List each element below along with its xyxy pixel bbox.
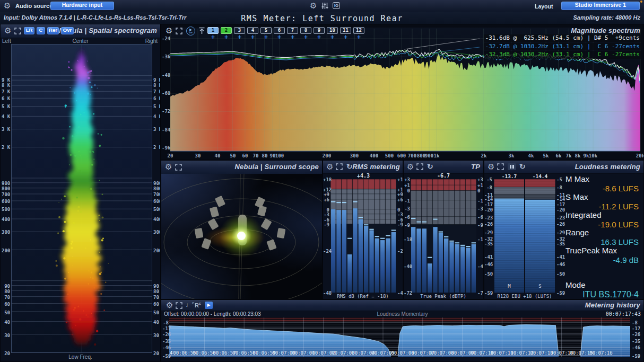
- spectrum-slot-add-button-2[interactable]: +: [221, 33, 232, 40]
- scope-settings-gear-icon[interactable]: [165, 163, 172, 171]
- loudness-stat-value: ITU BS.1770-4: [582, 290, 639, 299]
- meter-tick-label: -29: [484, 230, 492, 235]
- layout-preset-button[interactable]: Studio Immersive 1: [561, 2, 640, 10]
- freq-tick-label: 300: [2, 229, 10, 235]
- true-peak-panel: TP -6.7 True Peak (dBTP) +3+3+1+100-1-1-…: [403, 160, 483, 299]
- spectrum-slot-add-button-3[interactable]: +: [234, 33, 245, 40]
- loudness-settings-gear-icon[interactable]: [488, 163, 494, 171]
- spectrum-slot-add-button-10[interactable]: +: [327, 33, 338, 40]
- freq-tick-label: 30: [190, 153, 206, 158]
- history-play-button[interactable]: ▶: [205, 302, 213, 309]
- spectrum-settings-gear-icon[interactable]: [166, 27, 172, 34]
- tp-meter-bars[interactable]: [411, 179, 476, 293]
- spectrum-slot-add-button-4[interactable]: +: [247, 33, 258, 40]
- spectrum-fullscreen-icon[interactable]: [176, 28, 182, 34]
- freq-tick-label: 4k: [523, 153, 539, 158]
- freq-tick-label: 3 K: [153, 127, 161, 132]
- history-settings-gear-icon[interactable]: [166, 301, 173, 309]
- channel-button-lr[interactable]: LR: [24, 27, 34, 34]
- rms-meter-bars[interactable]: [330, 179, 396, 293]
- freq-tick-label: 600: [2, 199, 10, 204]
- spectrum-slot-add-button-12[interactable]: +: [353, 33, 364, 40]
- loudness-s-value: -14.4: [525, 173, 555, 179]
- meter-tick-label: -6: [404, 215, 410, 220]
- loudness-stat-value: -4.9 dB: [613, 255, 639, 264]
- timecode-mode-icon[interactable]: ♩c: [186, 301, 194, 308]
- loudness-reset-icon[interactable]: [519, 163, 526, 170]
- meter-tick-label: +3: [477, 177, 483, 182]
- audio-settings-gear-icon[interactable]: [4, 2, 11, 10]
- peak-hold-icon[interactable]: [198, 27, 205, 35]
- freq-tick-label: 20k: [632, 153, 644, 158]
- db-tick-label: -84: [162, 127, 169, 133]
- channel-button-c[interactable]: C: [37, 27, 45, 34]
- hardware-input-button[interactable]: Hardware input: [50, 2, 114, 10]
- freq-tick-label: 20: [2, 351, 10, 356]
- io-routing-icon[interactable]: IO: [333, 2, 340, 9]
- meter-tick-label: -50: [484, 271, 492, 277]
- history-time-label: 00:07:16: [588, 350, 614, 356]
- meter-tick-label: -41: [484, 254, 492, 260]
- meter-tick-label: -14: [484, 197, 492, 202]
- history-fullscreen-icon[interactable]: [176, 302, 182, 309]
- db-tick-label: -24: [162, 36, 169, 41]
- history-db-tick-label: -8: [632, 320, 642, 325]
- live-mode-button[interactable]: ▶live: [186, 27, 195, 36]
- scope-fullscreen-icon[interactable]: [175, 164, 182, 171]
- meter-tick-label: -48: [397, 290, 403, 296]
- loudness-stat-label: S Max: [565, 192, 588, 201]
- meter-tick-label: -5: [556, 177, 564, 182]
- freq-tick-label: 4 K: [2, 114, 10, 119]
- meter-tick-label: 0: [477, 188, 483, 193]
- meter-tick-label: -8: [556, 185, 564, 190]
- global-settings-gear-icon[interactable]: [310, 2, 317, 10]
- freq-tick-label: 600: [153, 199, 161, 204]
- spectrum-slot-add-button-8[interactable]: +: [300, 33, 311, 40]
- spectrogram-fullscreen-icon[interactable]: [14, 28, 21, 34]
- rms-reset-icon[interactable]: [346, 163, 353, 170]
- meter-tick-label: -3: [323, 212, 329, 217]
- history-db-tick-label: -8: [162, 320, 169, 325]
- rms-settings-gear-icon[interactable]: [326, 163, 333, 171]
- loudness-pause-button[interactable]: [508, 163, 516, 170]
- tp-settings-gear-icon[interactable]: [407, 163, 414, 171]
- history-db-tick-label: -35: [632, 339, 642, 344]
- spectrum-slot-add-button-5[interactable]: +: [260, 33, 272, 40]
- spectrum-slot-add-button-7[interactable]: +: [287, 33, 298, 40]
- meter-tick-label: -24: [323, 249, 329, 254]
- rms-metering-panel: RMS metering +4.3 RMS dB (Ref = -18) +18…: [323, 160, 403, 299]
- meter-tick-label: -9: [404, 223, 410, 228]
- tp-fullscreen-icon[interactable]: [416, 163, 423, 170]
- spectrum-slot-add-button-9[interactable]: +: [314, 33, 325, 40]
- spectrum-slot-add-button-11[interactable]: +: [340, 33, 351, 40]
- low-freq-label: Low Freq.: [1, 354, 160, 360]
- freq-tick-label: 500: [2, 207, 10, 212]
- spectrum-readout-block: -31.6dB @ 625.5Hz (54.5 cm) | D# 5 +9cen…: [484, 34, 641, 59]
- loudness-stat-value: -11.2 LUFS: [598, 202, 639, 211]
- db-tick-label: -72: [162, 109, 169, 114]
- spatial-spectrogram-panel: Nebula | Spatial spectrogram Left Center…: [0, 24, 161, 362]
- tp-title: TP: [471, 163, 480, 171]
- meter-tick-label: -9: [477, 223, 483, 228]
- mixer-icon[interactable]: [321, 2, 328, 10]
- freq-tick-label: 7 K: [153, 89, 161, 94]
- spectrum-slot-add-button-1[interactable]: +: [207, 33, 219, 40]
- loudness-stat-label: Integrated: [565, 210, 602, 219]
- meter-tick-label: +9: [397, 192, 403, 197]
- meter-tick-label: -72: [404, 290, 410, 296]
- loudness-stat-label: Mode: [565, 280, 586, 289]
- rms-fullscreen-icon[interactable]: [336, 163, 343, 170]
- loudness-fullscreen-icon[interactable]: [497, 163, 504, 170]
- channel-button-rer[interactable]: Rer: [47, 27, 59, 34]
- loudness-s-channel-label: S: [525, 284, 555, 289]
- spectrum-slot-add-button-6[interactable]: +: [274, 33, 285, 40]
- tp-reset-icon[interactable]: [427, 163, 433, 170]
- channel-button-ovr[interactable]: Ovr: [61, 27, 74, 34]
- loudness-meter-bars[interactable]: [494, 179, 555, 293]
- loudness-stat-value: -19.0 LUFS: [598, 220, 639, 229]
- loudness-m-channel-label: M: [494, 284, 525, 289]
- relative-timecode-icon[interactable]: Rc: [195, 302, 201, 308]
- spectrogram-settings-gear-icon[interactable]: [4, 27, 11, 34]
- spectrum-title: Magnitude spectrum: [571, 27, 640, 34]
- freq-tick-label: 8 K: [2, 83, 10, 88]
